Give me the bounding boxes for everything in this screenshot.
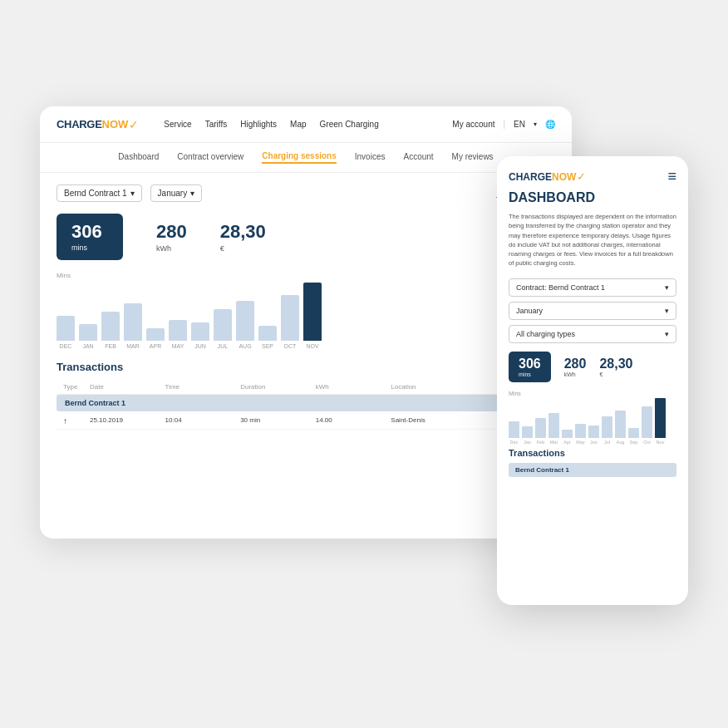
chart-bar: [79, 324, 97, 341]
nav-highlights[interactable]: Highlights: [240, 120, 277, 129]
bar-month-label: MAR: [126, 343, 140, 349]
month-dropdown[interactable]: January ▾: [150, 184, 203, 202]
desktop-mockup: CHARGENOW✓ Service Tariffs Highlights Ma…: [40, 106, 572, 539]
table-group-header: Bernd Contract 1: [57, 395, 555, 411]
nav-green-charging[interactable]: Green Charging: [320, 120, 379, 129]
chart-column: JUN: [191, 322, 209, 349]
chart-bar: [57, 316, 75, 341]
m-chart-bar: [575, 424, 586, 438]
mobile-logo: CHARGENOW✓: [509, 170, 586, 183]
mobile-chart-bars: DecJanFebMarAprMayJunJulAugSepOctNov: [509, 399, 676, 445]
subnav-account[interactable]: Account: [403, 152, 433, 163]
th-time: Time: [165, 383, 234, 391]
m-chart-column: Feb: [535, 418, 546, 445]
m-bar-month-label: Jun: [590, 440, 598, 445]
chart-column: NOV: [303, 283, 322, 349]
subnav-dashboard[interactable]: Dashboard: [118, 152, 159, 163]
m-bar-month-label: Apr: [563, 440, 571, 445]
m-chart-column: Sep: [628, 428, 639, 445]
desktop-content: Bernd Contract 1 ▾ January ▾ Contact sup…: [40, 173, 572, 441]
bar-month-label: JAN: [82, 343, 93, 349]
bar-month-label: AUG: [239, 343, 251, 349]
mins-stat: 306 mins: [57, 214, 123, 260]
th-location: Location: [391, 383, 460, 391]
m-bar-month-label: Sep: [630, 440, 638, 445]
m-bar-month-label: May: [576, 440, 584, 445]
m-bar-month-label: Nov: [657, 440, 665, 445]
mobile-month-dropdown[interactable]: January ▾: [509, 302, 676, 320]
chart-bar: [101, 312, 120, 341]
logo: CHARGENOW✓: [57, 118, 139, 131]
nav-tariffs[interactable]: Tariffs: [205, 120, 228, 129]
m-chart-bar: [509, 421, 519, 438]
m-chart-column: Apr: [562, 430, 573, 445]
eur-stat: 28,30 €: [220, 221, 266, 253]
chart-y-label: Mins: [57, 272, 555, 279]
content-header: Bernd Contract 1 ▾ January ▾ Contact sup…: [57, 184, 555, 202]
subnav-charging-sessions[interactable]: Charging sessions: [262, 151, 336, 164]
kwh-stat: 280 kWh: [156, 221, 187, 253]
contract-dropdown[interactable]: Bernd Contract 1 ▾: [57, 184, 142, 202]
bar-month-label: FEB: [105, 343, 116, 349]
logo-now: NOW: [102, 118, 129, 130]
m-month-chevron-icon: ▾: [665, 307, 669, 315]
mobile-transactions-title: Transactions: [509, 448, 676, 458]
m-chart-bar: [522, 426, 533, 438]
m-logo-now: NOW: [552, 171, 576, 183]
nav-links: Service Tariffs Highlights Map Green Cha…: [164, 120, 452, 129]
hamburger-menu-icon[interactable]: ≡: [667, 168, 676, 185]
m-chart-bar: [655, 398, 666, 438]
nav-service[interactable]: Service: [164, 120, 191, 129]
eur-value: 28,30: [220, 221, 266, 243]
bar-month-label: DEC: [60, 343, 72, 349]
mins-unit: mins: [71, 243, 108, 252]
chart-column: JUL: [214, 309, 232, 349]
td-kwh: 14.00: [316, 416, 385, 425]
logo-check: ✓: [129, 118, 139, 131]
th-kwh: kWh: [316, 383, 385, 391]
chart-column: OCT: [281, 295, 299, 349]
mobile-charging-type-dropdown[interactable]: All charging types ▾: [509, 325, 676, 343]
td-duration: 30 min: [240, 416, 309, 425]
chart-bar: [281, 295, 299, 341]
m-chart-column: Oct: [642, 406, 652, 445]
td-type: ↑: [63, 416, 83, 425]
language-select[interactable]: EN: [514, 120, 525, 129]
m-chart-column: Jan: [522, 426, 533, 445]
m-chart-column: Jun: [588, 425, 599, 445]
bar-month-label: OCT: [284, 343, 297, 349]
eur-unit: €: [220, 244, 266, 253]
filter-row: Bernd Contract 1 ▾ January ▾: [57, 184, 202, 202]
m-eur-value: 28,30: [599, 357, 632, 371]
transactions-title: Transactions: [57, 361, 555, 373]
m-bar-month-label: Jul: [604, 440, 610, 445]
chart-bars: DECJANFEBMARAPRMAYJUNJULAUGSEPOCTNOV: [57, 283, 555, 349]
m-bar-month-label: Dec: [510, 440, 519, 445]
subnav-my-reviews[interactable]: My reviews: [452, 152, 494, 163]
chart-column: AUG: [236, 301, 254, 349]
nav-map[interactable]: Map: [290, 120, 306, 129]
chart-column: SEP: [258, 326, 277, 349]
m-chart-column: Jul: [602, 416, 612, 445]
m-chart-bar: [615, 411, 626, 438]
chart-bar: [303, 283, 322, 341]
chart-column: JAN: [79, 324, 97, 349]
my-account-link[interactable]: My account: [452, 120, 494, 129]
mobile-dashboard-title: DASHBOARD: [509, 190, 676, 205]
chart-column: MAY: [169, 320, 187, 349]
bar-month-label: NOV: [306, 343, 318, 349]
kwh-value: 280: [156, 221, 187, 243]
subnav-contract-overview[interactable]: Contract overview: [177, 152, 243, 163]
mobile-group-header: Bernd Contract 1: [509, 463, 676, 477]
m-chart-bar: [588, 425, 599, 438]
logo-charge: CHARGE: [57, 118, 102, 130]
table-row[interactable]: ↑ 25.10.2019 10:04 30 min 14.00 Saint-De…: [57, 413, 555, 430]
sub-nav: Dashboard Contract overview Charging ses…: [40, 143, 572, 173]
mobile-contract-dropdown[interactable]: Contract: Bernd Contract 1 ▾: [509, 278, 676, 297]
globe-icon[interactable]: 🌐: [545, 120, 555, 129]
m-chart-bar: [535, 418, 546, 438]
m-bar-month-label: Feb: [537, 440, 544, 445]
subnav-invoices[interactable]: Invoices: [355, 152, 386, 163]
mobile-stats-row: 306 mins 280 kWh 28,30 €: [509, 352, 676, 382]
th-date: Date: [90, 383, 159, 391]
